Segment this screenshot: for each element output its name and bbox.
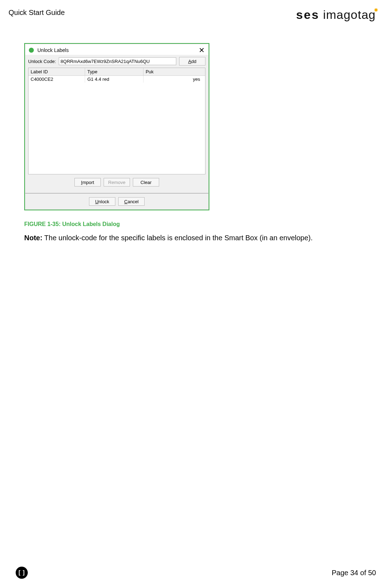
- brand-logo: ses imagotag: [296, 8, 377, 22]
- remove-button: Remove: [104, 178, 130, 187]
- col-label-id[interactable]: Label ID: [28, 68, 85, 76]
- figure-screenshot: Unlock Labels ✕ Unlock Code: Add: [24, 43, 209, 210]
- cancel-button[interactable]: Cancel: [118, 197, 145, 206]
- bracket-badge-icon: [ ]: [16, 567, 28, 579]
- figure-caption: FIGURE 1-35: Unlock Labels Dialog: [24, 221, 377, 227]
- brand-light: imagotag: [323, 8, 376, 21]
- cell-puk: yes: [143, 76, 205, 83]
- note-text: The unlock-code for the specific labels …: [42, 234, 313, 242]
- note-paragraph: Note: The unlock-code for the specific l…: [24, 233, 377, 243]
- cell-type: G1 4.4 red: [85, 76, 144, 83]
- import-button[interactable]: Import: [74, 178, 101, 187]
- brand-bold: ses: [296, 8, 319, 21]
- dialog-title: Unlock Labels: [37, 47, 191, 53]
- brand-dot-icon: [375, 9, 377, 11]
- table-header-row: Label ID Type Puk: [28, 68, 205, 76]
- close-icon[interactable]: ✕: [191, 47, 205, 53]
- page-number: Page 34 of 50: [332, 569, 376, 577]
- add-button[interactable]: Add: [179, 57, 205, 65]
- document-title: Quick Start Guide: [9, 9, 65, 17]
- unlock-button[interactable]: Unlock: [89, 197, 115, 206]
- col-type[interactable]: Type: [85, 68, 144, 76]
- clear-button[interactable]: Clear: [133, 178, 159, 187]
- cell-label-id: C4000CE2: [28, 76, 85, 83]
- table-row[interactable]: C4000CE2 G1 4.4 red yes: [28, 76, 205, 83]
- unlock-code-input[interactable]: [59, 57, 176, 65]
- unlock-code-label: Unlock Code:: [28, 59, 56, 64]
- note-label: Note:: [24, 234, 42, 242]
- dialog-titlebar: Unlock Labels ✕: [25, 44, 208, 55]
- col-puk[interactable]: Puk: [143, 68, 205, 76]
- labels-table[interactable]: Label ID Type Puk C4000CE2 G1 4.4 red ye…: [28, 68, 205, 174]
- unlock-labels-dialog: Unlock Labels ✕ Unlock Code: Add: [25, 44, 209, 210]
- status-led-icon: [29, 48, 34, 53]
